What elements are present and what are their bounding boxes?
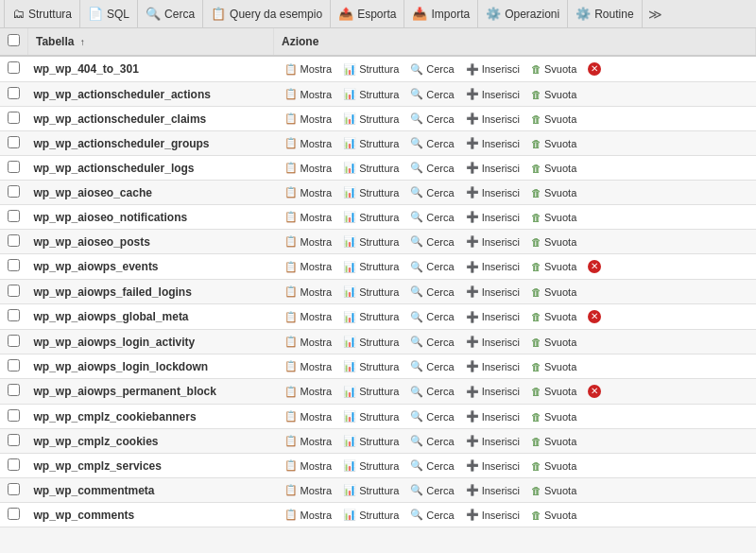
svuota-button[interactable]: 🗑Svuota [526,185,581,200]
mostra-button[interactable]: 📋Mostra [280,384,337,400]
svuota-button[interactable]: 🗑Svuota [526,434,581,449]
svuota-button[interactable]: 🗑Svuota [526,409,581,424]
cerca-button[interactable]: 🔍Cerca [405,433,458,449]
inserisci-button[interactable]: ➕Inserisci [461,408,524,424]
svuota-button[interactable]: 🗑Svuota [526,508,581,523]
toolbar-more-button[interactable]: ≫ [643,7,668,22]
inserisci-button[interactable]: ➕Inserisci [461,482,524,498]
cerca-button[interactable]: 🔍Cerca [405,135,458,151]
cerca-button[interactable]: 🔍Cerca [405,507,458,523]
cerca-button[interactable]: 🔍Cerca [405,458,458,474]
inserisci-button[interactable]: ➕Inserisci [461,384,524,400]
struttura-button[interactable]: 📊Struttura [338,160,404,176]
svuota-button[interactable]: 🗑Svuota [526,210,581,225]
inserisci-button[interactable]: ➕Inserisci [461,184,524,200]
mostra-button[interactable]: 📋Mostra [280,482,337,498]
row-checkbox[interactable] [8,234,20,247]
svuota-button[interactable]: 🗑Svuota [526,384,581,399]
inserisci-button[interactable]: ➕Inserisci [461,358,524,374]
struttura-button[interactable]: 📊Struttura [338,135,404,151]
inserisci-button[interactable]: ➕Inserisci [461,334,524,350]
row-table-name[interactable]: wp_wp_aiowps_permanent_block [28,379,274,405]
cerca-button[interactable]: 🔍Cerca [405,284,458,300]
inserisci-button[interactable]: ➕Inserisci [461,209,524,225]
struttura-button[interactable]: 📊Struttura [338,184,404,200]
row-table-name[interactable]: wp_wp_aiowps_events [28,254,274,280]
row-checkbox[interactable] [8,285,20,297]
row-checkbox[interactable] [8,61,20,74]
row-checkbox[interactable] [8,434,20,446]
toolbar-item-struttura[interactable]: 🗂Struttura [4,0,80,27]
row-checkbox[interactable] [8,384,20,396]
mostra-button[interactable]: 📋Mostra [280,233,337,250]
struttura-button[interactable]: 📊Struttura [338,482,404,498]
elimina-button[interactable]: ✕ [583,60,606,78]
row-table-name[interactable]: wp_wp_aiowps_failed_logins [28,280,274,304]
struttura-button[interactable]: 📊Struttura [338,86,404,102]
toolbar-item-operazioni[interactable]: ⚙️Operazioni [478,0,568,27]
inserisci-button[interactable]: ➕Inserisci [461,458,524,474]
row-table-name[interactable]: wp_wp_actionscheduler_logs [28,156,274,181]
cerca-button[interactable]: 🔍Cerca [405,160,458,176]
inserisci-button[interactable]: ➕Inserisci [461,61,524,78]
cerca-button[interactable]: 🔍Cerca [405,482,458,498]
svuota-button[interactable]: 🗑Svuota [526,335,581,350]
svuota-button[interactable]: 🗑Svuota [526,87,581,102]
row-table-name[interactable]: wp_wp_cmplz_services [28,454,274,478]
toolbar-item-importa[interactable]: 📥Importa [404,0,478,27]
mostra-button[interactable]: 📋Mostra [280,259,337,275]
mostra-button[interactable]: 📋Mostra [280,160,337,176]
elimina-button[interactable]: ✕ [583,258,606,275]
cerca-button[interactable]: 🔍Cerca [405,384,458,400]
cerca-button[interactable]: 🔍Cerca [405,259,458,275]
struttura-button[interactable]: 📊Struttura [338,408,404,424]
cerca-button[interactable]: 🔍Cerca [405,334,458,350]
row-table-name[interactable]: wp_wp_cmplz_cookies [28,429,274,454]
row-checkbox[interactable] [8,210,20,222]
row-table-name[interactable]: wp_wp_aiowps_login_lockdown [28,354,274,379]
struttura-button[interactable]: 📊Struttura [338,61,404,78]
svuota-button[interactable]: 🗑Svuota [526,234,581,250]
row-table-name[interactable]: wp_wp_commentmeta [28,478,274,503]
row-checkbox[interactable] [8,409,20,422]
toolbar-item-sql[interactable]: 📄SQL [80,0,138,27]
select-all-checkbox[interactable] [8,34,20,46]
row-checkbox[interactable] [8,185,20,198]
struttura-button[interactable]: 📊Struttura [338,507,404,523]
row-table-name[interactable]: wp_wp_actionscheduler_actions [28,82,274,107]
struttura-button[interactable]: 📊Struttura [338,309,404,325]
struttura-button[interactable]: 📊Struttura [338,358,404,374]
row-table-name[interactable]: wp_wp_aioseo_posts [28,230,274,254]
struttura-button[interactable]: 📊Struttura [338,259,404,275]
cerca-button[interactable]: 🔍Cerca [405,86,458,102]
mostra-button[interactable]: 📋Mostra [280,458,337,474]
struttura-button[interactable]: 📊Struttura [338,284,404,300]
inserisci-button[interactable]: ➕Inserisci [461,433,524,449]
struttura-button[interactable]: 📊Struttura [338,458,404,474]
svuota-button[interactable]: 🗑Svuota [526,61,581,77]
row-table-name[interactable]: wp_wp_cmplz_cookiebanners [28,405,274,429]
struttura-button[interactable]: 📊Struttura [338,433,404,449]
sort-arrow-icon[interactable]: ↑ [80,37,85,47]
row-table-name[interactable]: wp_wp_aioseo_cache [28,181,274,205]
inserisci-button[interactable]: ➕Inserisci [461,233,524,250]
svuota-button[interactable]: 🗑Svuota [526,136,581,151]
inserisci-button[interactable]: ➕Inserisci [461,309,524,325]
inserisci-button[interactable]: ➕Inserisci [461,259,524,275]
row-checkbox[interactable] [8,359,20,372]
svuota-button[interactable]: 🗑Svuota [526,112,581,127]
mostra-button[interactable]: 📋Mostra [280,184,337,200]
mostra-button[interactable]: 📋Mostra [280,86,337,102]
mostra-button[interactable]: 📋Mostra [280,61,337,78]
inserisci-button[interactable]: ➕Inserisci [461,111,524,127]
row-checkbox[interactable] [8,483,20,495]
row-table-name[interactable]: wp_wp_actionscheduler_claims [28,107,274,131]
cerca-button[interactable]: 🔍Cerca [405,233,458,250]
row-table-name[interactable]: wp_wp_aiowps_global_meta [28,304,274,330]
toolbar-item-query-esempio[interactable]: 📋Query da esempio [203,0,331,27]
mostra-button[interactable]: 📋Mostra [280,433,337,449]
row-table-name[interactable]: wp_wp_comments [28,503,274,527]
svuota-button[interactable]: 🗑Svuota [526,483,581,498]
row-checkbox[interactable] [8,508,20,520]
struttura-button[interactable]: 📊Struttura [338,384,404,400]
